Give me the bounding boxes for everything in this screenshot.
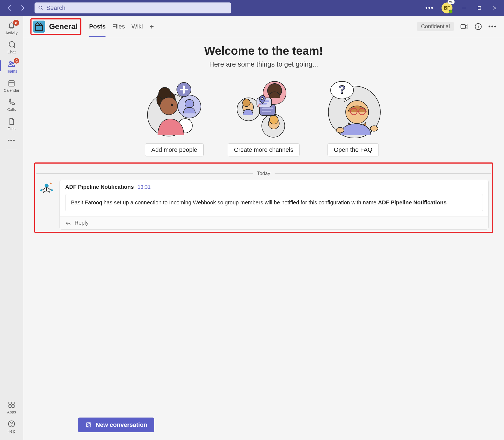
svg-point-22 <box>478 25 479 25</box>
add-people-illustration <box>143 76 206 139</box>
minimize-button[interactable] <box>460 4 468 12</box>
rail-calls[interactable]: Calls <box>0 95 23 115</box>
maximize-button[interactable] <box>475 4 483 12</box>
create-channels-button[interactable]: Create more channels <box>228 143 300 156</box>
svg-rect-15 <box>12 405 14 407</box>
back-button[interactable] <box>6 4 14 12</box>
svg-rect-8 <box>9 81 14 86</box>
reply-icon <box>65 220 71 226</box>
rail-label: Teams <box>6 69 17 73</box>
search-icon <box>38 5 44 11</box>
new-conversation-label: New conversation <box>96 421 147 428</box>
svg-point-25 <box>185 99 194 108</box>
svg-point-48 <box>261 98 263 100</box>
svg-point-29 <box>160 97 178 115</box>
rail-label: Apps <box>7 410 16 414</box>
add-people-button[interactable]: Add more people <box>145 143 204 156</box>
svg-rect-18 <box>36 25 43 30</box>
svg-point-59 <box>40 189 42 191</box>
add-tab-button[interactable]: + <box>149 22 154 31</box>
reply-button[interactable]: Reply <box>60 216 488 229</box>
svg-point-17 <box>11 425 12 426</box>
tile-create-channels: Create more channels <box>228 76 300 156</box>
open-faq-button[interactable]: Open the FAQ <box>328 143 379 156</box>
svg-rect-13 <box>12 402 14 404</box>
channel-header: General Posts Files Wiki + Confidential … <box>23 16 504 37</box>
rail-apps[interactable]: Apps <box>0 398 23 417</box>
main-panel: General Posts Files Wiki + Confidential … <box>23 16 504 440</box>
new-conversation-button[interactable]: New conversation <box>78 418 154 432</box>
titlebar: ••• BF MS <box>0 0 504 16</box>
svg-point-7 <box>12 62 14 64</box>
rail-label: Calls <box>7 107 16 112</box>
avatar-org-badge: MS <box>448 0 455 4</box>
activity-badge: 8 <box>13 20 19 26</box>
day-label: Today <box>257 171 270 176</box>
svg-point-58 <box>45 184 49 188</box>
create-channels-illustration <box>232 76 295 139</box>
svg-point-60 <box>51 189 53 191</box>
compose-area: New conversation <box>78 418 154 432</box>
rail-activity[interactable]: Activity 8 <box>0 19 23 38</box>
info-button[interactable] <box>474 22 482 31</box>
presence-available-icon <box>449 10 453 14</box>
rail-files[interactable]: Files <box>0 115 23 134</box>
forward-button[interactable] <box>19 4 26 12</box>
compose-icon <box>85 422 92 428</box>
rail-label: Chat <box>7 50 16 54</box>
settings-more-icon[interactable]: ••• <box>425 4 434 12</box>
rail-calendar[interactable]: Calendar <box>0 76 23 95</box>
message-highlight: Today ADF <box>34 162 493 233</box>
calendar-icon <box>7 79 16 87</box>
rail-label: Calendar <box>4 88 19 93</box>
phone-icon <box>7 98 16 106</box>
rail-label: Files <box>7 127 16 131</box>
message-text: Basit Farooq has set up a connection to … <box>71 199 378 205</box>
reply-label: Reply <box>75 220 89 226</box>
app-rail: Activity 8 Chat Teams @ Calendar <box>0 16 23 440</box>
day-divider: Today <box>36 171 491 176</box>
mention-badge: @ <box>14 58 19 64</box>
channel-name[interactable]: General <box>49 22 78 31</box>
channel-tabs: Posts Files Wiki + <box>89 18 154 36</box>
message-author: ADF Pipeline Notifications <box>65 184 134 190</box>
help-icon <box>7 420 16 428</box>
message-card[interactable]: ADF Pipeline Notifications 13:31 Basit F… <box>59 180 489 230</box>
welcome-title: Welcome to the team! <box>34 44 493 58</box>
rail-label: Help <box>8 429 16 433</box>
faq-illustration: ? <box>321 76 385 139</box>
history-nav <box>3 4 30 12</box>
meet-button[interactable] <box>460 22 468 31</box>
message-bold: ADF Pipeline Notifications <box>378 199 446 205</box>
profile-avatar[interactable]: BF MS <box>442 2 452 13</box>
welcome-tiles: Add more people <box>34 76 493 156</box>
tab-posts[interactable]: Posts <box>89 23 106 36</box>
svg-rect-12 <box>9 402 11 404</box>
apps-icon <box>7 401 16 409</box>
tile-open-faq: ? Open the FAQ <box>321 76 385 156</box>
svg-point-57 <box>370 126 378 131</box>
svg-point-0 <box>39 6 42 9</box>
channel-content[interactable]: Welcome to the team! Here are some thing… <box>23 37 504 440</box>
svg-point-56 <box>336 127 344 133</box>
close-button[interactable] <box>491 4 499 12</box>
welcome-banner: Welcome to the team! Here are some thing… <box>34 44 493 68</box>
channel-actions: Confidential ••• <box>417 22 497 31</box>
svg-point-6 <box>9 61 12 64</box>
rail-help[interactable]: Help <box>0 417 23 436</box>
svg-rect-19 <box>461 24 465 28</box>
rail-more-apps[interactable]: ••• <box>0 134 23 147</box>
rail-chat[interactable]: Chat <box>0 38 23 57</box>
tab-files[interactable]: Files <box>112 23 125 36</box>
search-box[interactable] <box>35 2 231 13</box>
svg-point-30 <box>171 104 173 106</box>
channel-more-icon[interactable]: ••• <box>488 23 497 30</box>
sensitivity-label[interactable]: Confidential <box>417 22 454 31</box>
rail-teams[interactable]: Teams @ <box>0 57 23 76</box>
svg-rect-3 <box>478 7 481 10</box>
tab-wiki[interactable]: Wiki <box>132 23 143 36</box>
svg-rect-14 <box>9 405 11 407</box>
svg-point-39 <box>243 99 250 107</box>
search-input[interactable] <box>46 4 228 12</box>
message-time: 13:31 <box>138 184 151 190</box>
